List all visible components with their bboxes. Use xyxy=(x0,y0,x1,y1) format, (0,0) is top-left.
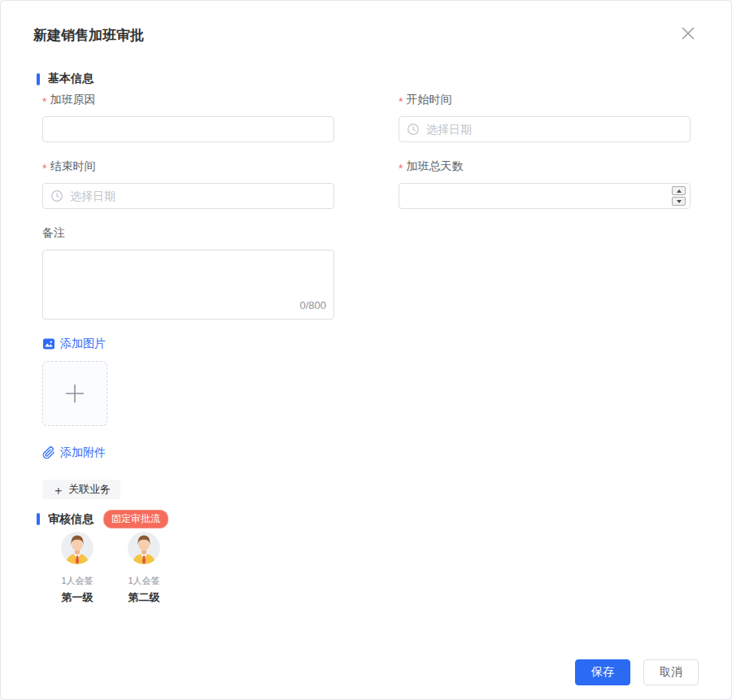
overtime-reason-input[interactable] xyxy=(42,116,334,142)
approver-avatar[interactable] xyxy=(128,532,160,564)
dialog-title: 新建销售加班审批 xyxy=(33,26,144,45)
level-label: 第一级 xyxy=(62,590,94,605)
overtime-reason-label: * 加班原因 xyxy=(42,93,334,107)
paperclip-icon xyxy=(42,446,55,459)
section-accent-bar xyxy=(37,73,40,85)
remark-textarea[interactable] xyxy=(42,250,334,320)
plus-icon xyxy=(63,381,87,406)
related-business-label: 关联业务 xyxy=(68,482,111,497)
add-image-label: 添加图片 xyxy=(60,337,106,351)
total-days-label: * 加班总天数 xyxy=(399,159,691,174)
add-attachment-label: 添加附件 xyxy=(60,446,106,460)
section-audit-title: 审核信息 xyxy=(48,512,94,527)
section-audit-info: 审核信息 固定审批流 xyxy=(37,510,731,528)
section-accent-bar xyxy=(37,513,40,525)
approval-step-2: 1人会签 第二级 xyxy=(120,532,168,605)
add-attachment-button[interactable]: 添加附件 xyxy=(42,446,106,460)
sign-type-label: 1人会签 xyxy=(61,575,93,587)
close-icon[interactable] xyxy=(679,24,697,42)
end-time-input[interactable] xyxy=(42,183,334,209)
spinner-up-button[interactable] xyxy=(672,186,686,195)
required-asterisk: * xyxy=(399,162,403,175)
save-button[interactable]: 保存 xyxy=(575,659,630,685)
level-label: 第二级 xyxy=(129,590,160,605)
field-end-time: * 结束时间 xyxy=(42,159,334,209)
related-business-button[interactable]: ＋ 关联业务 xyxy=(42,480,120,499)
plus-icon: ＋ xyxy=(52,484,64,496)
total-days-input[interactable] xyxy=(399,183,691,209)
field-total-days: * 加班总天数 xyxy=(399,159,691,209)
basic-info-form: * 加班原因 * 开始时间 * 结束时间 xyxy=(42,93,691,323)
end-time-label: * 结束时间 xyxy=(42,159,334,174)
char-counter: 0/800 xyxy=(299,299,326,311)
add-image-button[interactable]: 添加图片 xyxy=(42,337,106,351)
required-asterisk: * xyxy=(42,95,46,108)
required-asterisk: * xyxy=(42,162,46,175)
approval-step-1: 1人会签 第一级 xyxy=(53,532,102,605)
approval-flow-steps: 1人会签 第一级 1人会签 第二级 xyxy=(53,532,168,605)
dialog-footer: 保存 取消 xyxy=(575,659,699,685)
fixed-approval-flow-badge: 固定审批流 xyxy=(103,510,168,528)
section-basic-title: 基本信息 xyxy=(48,72,94,86)
image-upload-box[interactable] xyxy=(42,361,107,426)
image-icon xyxy=(42,337,55,350)
new-overtime-approval-dialog: 新建销售加班审批 基本信息 * 加班原因 * 开始时间 xyxy=(0,0,732,700)
number-spinner xyxy=(672,186,686,206)
remark-label: 备注 xyxy=(42,226,334,241)
required-asterisk: * xyxy=(399,95,403,108)
approver-avatar[interactable] xyxy=(61,532,94,564)
start-time-input[interactable] xyxy=(399,116,691,142)
spinner-down-button[interactable] xyxy=(672,197,686,206)
cancel-button[interactable]: 取消 xyxy=(643,659,699,685)
start-time-label: * 开始时间 xyxy=(399,93,691,107)
field-remark: 备注 0/800 xyxy=(42,226,334,323)
sign-type-label: 1人会签 xyxy=(128,575,159,587)
section-basic-info: 基本信息 xyxy=(37,72,731,86)
field-start-time: * 开始时间 xyxy=(399,93,691,142)
field-overtime-reason: * 加班原因 xyxy=(42,93,334,142)
